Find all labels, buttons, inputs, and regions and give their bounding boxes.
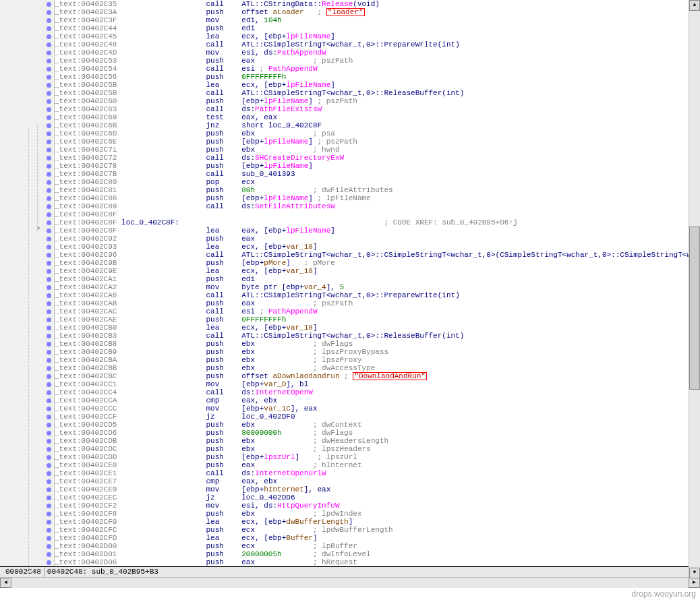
gutter-row[interactable] bbox=[0, 413, 54, 421]
code-line[interactable]: _text:00402CD5 push ebx ; dwContext bbox=[55, 421, 700, 429]
gutter-row[interactable] bbox=[0, 429, 54, 437]
breakpoint-dot-icon[interactable] bbox=[47, 309, 51, 314]
code-line[interactable]: _text:00402C6D push ebx ; psa bbox=[55, 129, 700, 138]
gutter-row[interactable] bbox=[0, 186, 54, 194]
code-line[interactable]: _text:00402CF8 push ebx ; lpdwIndex bbox=[55, 510, 700, 518]
gutter-row[interactable] bbox=[0, 348, 54, 356]
code-line[interactable]: _text:00402C54 call esi ; PathAppendW bbox=[55, 65, 700, 73]
breakpoint-dot-icon[interactable] bbox=[47, 18, 51, 23]
gutter-row[interactable] bbox=[0, 259, 54, 267]
code-line[interactable]: _text:00402C9B push [ebp+pMore] ; pMore bbox=[55, 259, 700, 267]
code-line[interactable]: _text:00402CB8 push ebx ; dwFlags bbox=[55, 340, 700, 348]
gutter-row[interactable] bbox=[0, 372, 54, 380]
gutter-row[interactable] bbox=[0, 437, 54, 445]
breakpoint-dot-icon[interactable] bbox=[47, 220, 51, 225]
code-line[interactable]: _text:00402C6B jnz short loc_0_402C8F bbox=[55, 121, 700, 129]
code-line[interactable]: _text:00402CAC call esi ; PathAppendW bbox=[55, 307, 700, 316]
code-line[interactable]: _text:00402C8F bbox=[55, 210, 700, 218]
breakpoint-dot-icon[interactable] bbox=[47, 390, 51, 395]
gutter-row[interactable] bbox=[0, 210, 54, 218]
code-line[interactable]: _text:00402C69 test eax, eax bbox=[55, 113, 700, 121]
breakpoint-dot-icon[interactable] bbox=[47, 512, 51, 516]
code-line[interactable]: _text:00402CB9 push ebx ; lpszProxyBypas… bbox=[55, 348, 700, 356]
breakpoint-dot-icon[interactable] bbox=[47, 455, 51, 460]
breakpoint-dot-icon[interactable] bbox=[47, 301, 51, 306]
code-line[interactable]: _text:00402C45 lea ecx, [ebp+lpFileName] bbox=[55, 32, 700, 40]
breakpoint-dot-icon[interactable] bbox=[47, 415, 51, 419]
breakpoint-dot-icon[interactable] bbox=[47, 318, 51, 322]
breakpoint-dot-icon[interactable] bbox=[47, 91, 51, 96]
gutter-row[interactable] bbox=[0, 40, 54, 49]
gutter-row[interactable] bbox=[0, 534, 54, 542]
code-line[interactable]: _text:00402D01 push 20000005h ; dwInfoLe… bbox=[55, 550, 700, 558]
code-line[interactable]: _text:00402CB3 call ATL::CSimpleStringT<… bbox=[55, 332, 700, 340]
gutter-row[interactable] bbox=[0, 404, 54, 413]
breakpoint-dot-icon[interactable] bbox=[47, 536, 51, 541]
breakpoint-dot-icon[interactable] bbox=[47, 59, 51, 63]
gutter-row[interactable] bbox=[0, 32, 54, 40]
gutter-row[interactable] bbox=[0, 396, 54, 404]
gutter-row[interactable] bbox=[0, 154, 54, 162]
gutter-row[interactable] bbox=[0, 550, 54, 558]
code-line[interactable]: _text:00402CCC mov [ebp+var_1C], eax bbox=[55, 404, 700, 413]
breakpoint-dot-icon[interactable] bbox=[47, 261, 51, 266]
gutter-row[interactable] bbox=[0, 380, 54, 388]
gutter-row[interactable] bbox=[0, 445, 54, 453]
scroll-right-icon[interactable]: ► bbox=[689, 578, 700, 588]
gutter-row[interactable] bbox=[0, 8, 54, 16]
code-line[interactable]: _text:00402CBC push offset aDownlaodandr… bbox=[55, 372, 700, 380]
breakpoint-dot-icon[interactable] bbox=[47, 83, 51, 88]
code-line[interactable]: _text:00402D00 push ecx ; lpBuffer bbox=[55, 542, 700, 550]
breakpoint-dot-icon[interactable] bbox=[47, 99, 51, 104]
breakpoint-dot-icon[interactable] bbox=[47, 115, 51, 120]
gutter-row[interactable] bbox=[0, 291, 54, 299]
breakpoint-dot-icon[interactable] bbox=[47, 172, 51, 177]
gutter-row[interactable] bbox=[0, 218, 54, 227]
gutter-row[interactable] bbox=[0, 518, 54, 526]
code-line[interactable]: _text:00402CEC jz loc_0_402DD6 bbox=[55, 493, 700, 502]
gutter-row[interactable] bbox=[0, 146, 54, 154]
breakpoint-dot-icon[interactable] bbox=[47, 164, 51, 169]
breakpoint-dot-icon[interactable] bbox=[47, 2, 51, 7]
breakpoint-dot-icon[interactable] bbox=[47, 148, 51, 152]
breakpoint-dot-icon[interactable] bbox=[47, 439, 51, 444]
code-line[interactable]: _text:00402C5B lea ecx, [ebp+lpFileName] bbox=[55, 81, 700, 89]
breakpoint-dot-icon[interactable] bbox=[47, 560, 51, 565]
code-line[interactable]: _text:00402CF2 mov esi, ds:HttpQueryInfo… bbox=[55, 502, 700, 510]
breakpoint-dot-icon[interactable] bbox=[47, 471, 51, 476]
code-line[interactable]: _text:00402CF9 lea ecx, [ebp+dwBufferLen… bbox=[55, 518, 700, 526]
code-line[interactable]: _text:00402C72 call ds:SHCreateDirectory… bbox=[55, 154, 700, 162]
gutter-row[interactable] bbox=[0, 332, 54, 340]
breakpoint-dot-icon[interactable] bbox=[47, 407, 51, 411]
breakpoint-dot-icon[interactable] bbox=[47, 552, 51, 557]
gutter-row[interactable] bbox=[0, 493, 54, 502]
breakpoint-dot-icon[interactable] bbox=[47, 75, 51, 80]
breakpoint-dot-icon[interactable] bbox=[47, 342, 51, 347]
gutter-row[interactable] bbox=[0, 178, 54, 186]
code-line[interactable]: _text:00402C6E push [ebp+lpFileName] ; p… bbox=[55, 138, 700, 146]
breakpoint-dot-icon[interactable] bbox=[47, 544, 51, 549]
code-line[interactable]: _text:00402C92 push eax bbox=[55, 235, 700, 243]
breakpoint-dot-icon[interactable] bbox=[47, 245, 51, 249]
code-line[interactable]: _text:00402CBA push ebx ; lpszProxy bbox=[55, 356, 700, 364]
code-line[interactable]: _text:00402C3F mov edi, 104h bbox=[55, 16, 700, 24]
breakpoint-dot-icon[interactable] bbox=[47, 520, 51, 524]
gutter-row[interactable] bbox=[0, 162, 54, 170]
gutter-row[interactable] bbox=[0, 121, 54, 129]
gutter-row[interactable] bbox=[0, 243, 54, 251]
breakpoint-dot-icon[interactable] bbox=[47, 293, 51, 298]
gutter-row[interactable] bbox=[0, 526, 54, 534]
code-line[interactable]: _text:00402CFD lea ecx, [ebp+Buffer] bbox=[55, 534, 700, 542]
code-line[interactable]: _text:00402CDC push ebx ; lpszHeaders bbox=[55, 445, 700, 453]
gutter-row[interactable] bbox=[0, 194, 54, 202]
breakpoint-dot-icon[interactable] bbox=[47, 107, 51, 112]
breakpoint-dot-icon[interactable] bbox=[47, 358, 51, 363]
gutter-row[interactable] bbox=[0, 129, 54, 138]
code-line[interactable]: _text:00402C71 push ebx ; hwnd bbox=[55, 146, 700, 154]
gutter-row[interactable] bbox=[0, 461, 54, 469]
gutter-row[interactable] bbox=[0, 251, 54, 259]
breakpoint-dot-icon[interactable] bbox=[47, 237, 51, 241]
gutter-row[interactable] bbox=[0, 138, 54, 146]
gutter-row[interactable] bbox=[0, 299, 54, 307]
code-line[interactable]: _text:00402CCF jz loc_0_402DF0 bbox=[55, 413, 700, 421]
